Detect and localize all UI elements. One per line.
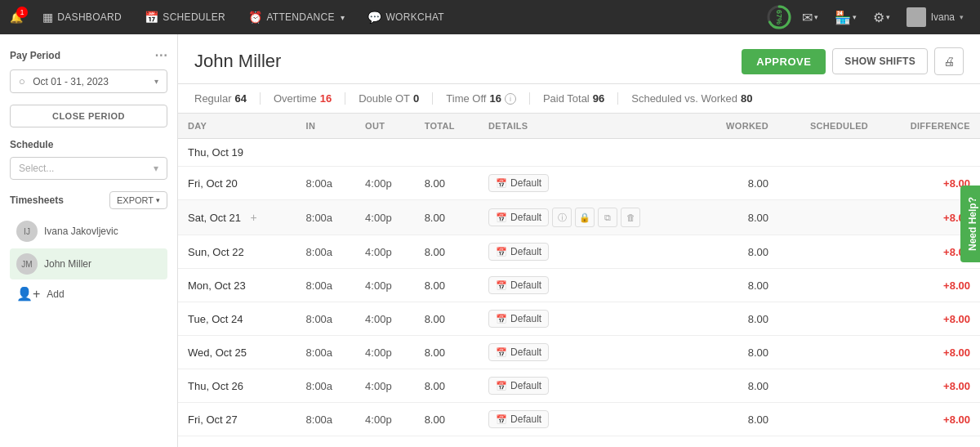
close-period-button[interactable]: CLOSE PERIOD xyxy=(10,105,167,127)
timesheet-user-john[interactable]: JM John Miller xyxy=(10,248,167,279)
cell-day: Sat, Oct 21 + xyxy=(178,200,296,235)
show-shifts-button[interactable]: SHOW SHIFTS xyxy=(832,48,928,74)
cell-out: 4:00p xyxy=(355,167,415,200)
main-content: John Miller APPROVE SHOW SHIFTS 🖨 Regula… xyxy=(178,34,980,447)
cell-day: Fri, Oct 20 xyxy=(178,167,296,200)
schedule-section: Schedule Select... ▾ xyxy=(10,139,167,180)
table-row: Wed, Oct 25 8:00a4:00p8.00 📅 Default 8.0… xyxy=(178,336,980,369)
calendar-icon: 📅 xyxy=(496,247,507,257)
topnav: 🔔 1 ▦ DASHBOARD 📅 SCHEDULER ⏰ ATTENDANCE… xyxy=(0,0,980,34)
help-widget[interactable]: Need Help? xyxy=(960,185,980,261)
cell-difference: +8.00 xyxy=(878,336,980,369)
settings-button[interactable]: ⚙ xyxy=(866,0,897,34)
cell-total: 8.00 xyxy=(415,369,479,403)
cell-details xyxy=(479,139,699,167)
summary-paid-total: Paid Total 96 xyxy=(543,92,618,105)
detail-badge[interactable]: 📅 Default xyxy=(488,343,549,361)
cell-scheduled xyxy=(778,235,878,269)
detail-badge[interactable]: 📅 Default xyxy=(488,310,549,328)
cell-total: 8.00 xyxy=(415,302,479,336)
detail-badge[interactable]: 📅 Default xyxy=(488,243,549,261)
detail-badge[interactable]: 📅 Default xyxy=(488,410,549,428)
calendar-icon: 📅 xyxy=(496,381,507,391)
cell-in: 8:00a xyxy=(296,336,356,369)
notification-bell[interactable]: 🔔 1 xyxy=(10,11,23,24)
cell-scheduled xyxy=(778,403,878,436)
print-button[interactable]: 🖨 xyxy=(934,47,964,75)
store-button[interactable]: 🏪 xyxy=(828,0,863,34)
cell-in: 8:00a xyxy=(296,235,356,269)
cell-scheduled xyxy=(778,139,878,167)
cell-scheduled xyxy=(778,302,878,336)
chevron-down-icon: ▾ xyxy=(960,13,964,21)
cell-worked: 8.00 xyxy=(699,403,778,436)
cell-details: 📅 Default xyxy=(479,302,699,336)
summary-time-off: Time Off 16 i xyxy=(446,92,530,105)
avatar: JM xyxy=(16,253,38,275)
cell-worked: 8.00 xyxy=(699,235,778,269)
sidebar-item-attendance[interactable]: ⏰ ATTENDANCE xyxy=(238,0,354,34)
approve-button[interactable]: APPROVE xyxy=(742,49,826,74)
cell-day: Mon, Oct 23 xyxy=(178,269,296,302)
detail-badge[interactable]: 📅 Default xyxy=(488,174,549,192)
col-total: TOTAL xyxy=(415,114,479,139)
cell-details: 📅 Default xyxy=(479,269,699,302)
pay-period-menu[interactable]: ⋯ xyxy=(154,47,167,63)
avatar: IJ xyxy=(16,221,38,242)
sidebar-item-dashboard[interactable]: ▦ DASHBOARD xyxy=(33,0,131,34)
table-row: Fri, Oct 27 8:00a4:00p8.00 📅 Default 8.0… xyxy=(178,403,980,436)
action-icons: ⓘ 🔒 ⧉ 🗑 xyxy=(552,208,640,227)
cell-in xyxy=(296,139,356,167)
cell-out xyxy=(355,139,415,167)
col-details: DETAILS xyxy=(479,114,699,139)
cell-total: 8.00 xyxy=(415,269,479,302)
cell-worked: 8.00 xyxy=(699,269,778,302)
progress-indicator[interactable]: 67% xyxy=(766,4,792,30)
col-out: OUT xyxy=(355,114,415,139)
date-range-picker[interactable]: ○ Oct 01 - 31, 2023 ▾ xyxy=(10,69,167,93)
pay-period-section: Pay Period ⋯ ○ Oct 01 - 31, 2023 ▾ xyxy=(10,47,167,93)
cell-scheduled xyxy=(778,336,878,369)
cell-total: 8.00 xyxy=(415,403,479,436)
timesheets-section: Timesheets EXPORT IJ Ivana Jakovljevic J… xyxy=(10,191,167,306)
table-row: Fri, Oct 20 8:00a4:00p8.00 📅 Default 8.0… xyxy=(178,167,980,200)
col-worked: WORKED xyxy=(699,114,778,139)
print-icon: 🖨 xyxy=(943,55,955,68)
schedule-select[interactable]: Select... ▾ xyxy=(10,157,167,180)
cell-total: 8.00 xyxy=(415,167,479,200)
add-entry-button[interactable]: + xyxy=(247,211,261,224)
sidebar-item-workchat[interactable]: 💬 WORKCHAT xyxy=(358,0,454,34)
cell-difference xyxy=(878,139,980,167)
add-user-button[interactable]: 👤+ Add xyxy=(10,281,167,306)
calendar-icon: ○ xyxy=(19,75,25,87)
cell-in: 8:00a xyxy=(296,200,356,235)
copy-action-icon[interactable]: ⧉ xyxy=(598,208,617,227)
timesheet-user-ivana[interactable]: IJ Ivana Jakovljevic xyxy=(10,216,167,247)
avatar xyxy=(906,7,926,27)
export-button[interactable]: EXPORT xyxy=(109,191,167,209)
summary-regular: Regular 64 xyxy=(194,92,261,105)
detail-badge[interactable]: 📅 Default xyxy=(488,276,549,294)
cell-day: Thu, Oct 19 xyxy=(178,139,296,167)
cell-out: 4:00p xyxy=(355,369,415,403)
info-action-icon[interactable]: ⓘ xyxy=(552,208,572,227)
info-icon[interactable]: i xyxy=(505,93,516,105)
mail-button[interactable]: ✉ xyxy=(795,0,825,34)
workchat-icon: 💬 xyxy=(368,11,381,24)
timesheet-table-container: DAY IN OUT TOTAL DETAILS WORKED SCHEDULE… xyxy=(178,114,980,447)
detail-badge[interactable]: 📅 Default xyxy=(488,208,549,226)
detail-badge[interactable]: 📅 Default xyxy=(488,377,549,395)
sidebar-item-scheduler[interactable]: 📅 SCHEDULER xyxy=(135,0,235,34)
attendance-icon: ⏰ xyxy=(248,11,262,24)
cell-worked: 8.00 xyxy=(699,336,778,369)
cell-difference: +8.00 xyxy=(878,302,980,336)
user-menu-button[interactable]: Ivana ▾ xyxy=(900,0,970,34)
delete-action-icon[interactable]: 🗑 xyxy=(621,208,640,227)
table-row: Thu, Oct 19 xyxy=(178,139,980,167)
lock-action-icon[interactable]: 🔒 xyxy=(575,208,595,227)
cell-details: 📅 Default xyxy=(479,403,699,436)
cell-scheduled xyxy=(778,269,878,302)
cell-total: 8.00 xyxy=(415,336,479,369)
table-row: Sat, Oct 21 + 8:00a4:00p8.00 📅 Default ⓘ… xyxy=(178,200,980,235)
cell-worked: 8.00 xyxy=(699,369,778,403)
